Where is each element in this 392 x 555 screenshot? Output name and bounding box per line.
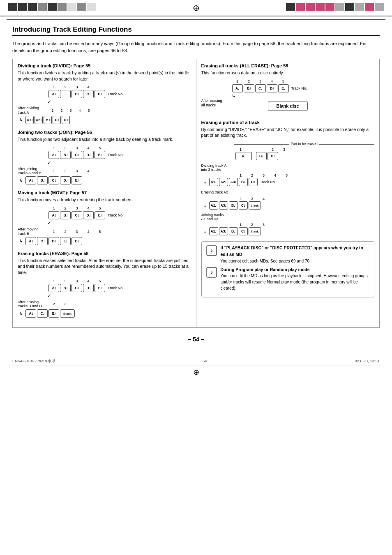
mn-4: 4 <box>83 206 94 210</box>
aen-5: 5 <box>278 79 289 83</box>
man-5: 5 <box>95 230 105 234</box>
dec-block-9 <box>87 3 96 11</box>
p-erase-dashed <box>236 189 236 195</box>
p4box-b: B <box>229 227 238 235</box>
move-after-row: ↳ A C D E B <box>18 237 191 245</box>
dec-block-r3 <box>306 3 315 11</box>
jn-4: 4 <box>83 146 94 150</box>
erase-num-row-after: After erasingtracks B and D 2 3 <box>18 300 191 309</box>
p2n-3: 3 <box>258 173 269 177</box>
p3-boxes: ↳ A1 A3 B C Blank <box>201 201 375 210</box>
eabox-e: E <box>48 309 59 318</box>
p3box-b: B <box>229 201 238 210</box>
erase-arrow-icon: ↳ <box>19 311 23 316</box>
erase-section: Erasing tracks (ERASE): Page 58 This fun… <box>18 251 191 318</box>
p3box-a1: A1 <box>209 201 218 210</box>
divide-after-label: After dividingtrack A <box>18 106 47 115</box>
p3n-3: 3 <box>247 197 258 201</box>
note2-text: You can edit the MD as long as the playb… <box>221 273 370 291</box>
p2box-c: C <box>249 178 258 186</box>
portion-title: Erasing a portion of a track <box>201 120 375 125</box>
move-before-boxes: A B C D E <box>48 211 105 219</box>
erase-after-row: ↳ A C E Blank <box>18 309 191 318</box>
jn-3: 3 <box>71 146 82 150</box>
p-divide-label: Dividing track Ainto 3 tracks <box>201 164 234 172</box>
man-2: 2 <box>60 230 71 234</box>
move-after-label: After movingtrack B <box>18 227 47 236</box>
move-desc: This function moves a track by reorderin… <box>18 197 191 203</box>
p4-boxes: ↳ A1 A3 B C Blank <box>201 227 375 235</box>
jn-5: 5 <box>95 146 105 150</box>
p4box-a1: A1 <box>209 227 218 235</box>
erase-track-no: Track No. <box>108 286 124 290</box>
note1-content: If "PLAYBACK DISC" or "DISC PROTECTED" a… <box>221 245 370 264</box>
all-erase-diagram: 1 2 3 4 5 A B C <box>201 79 375 114</box>
aebox-e: E <box>278 84 289 92</box>
mabox-c: C <box>37 237 48 245</box>
top-header: ⊕ <box>0 0 392 16</box>
anum-1: 1 <box>48 108 57 113</box>
p1box-b: B <box>256 152 267 160</box>
join-after-row: ↳ A B C D E <box>18 176 191 184</box>
svg-text:♪: ♪ <box>210 269 213 275</box>
p1-gap <box>253 152 255 160</box>
p1box-a: A <box>235 152 252 160</box>
p3-arrow: ↳ <box>203 203 206 208</box>
join-num-row-after: After joiningtracks A and B 1 2 3 4 <box>18 167 191 176</box>
en-3: 3 <box>71 279 82 283</box>
dec-block-r7 <box>345 3 354 11</box>
divide-num-row-before: 1 2 3 4 <box>18 85 191 89</box>
join-before-row: A B C D E Track No. <box>18 151 191 159</box>
jbox-c: C <box>71 151 82 159</box>
move-after-arrow: ↳ <box>19 239 23 243</box>
p2box-a2: A2 <box>219 178 228 186</box>
p1-boxlist: A B C <box>235 152 278 160</box>
p4box-c: C <box>239 227 248 235</box>
mabox-e: E <box>60 237 71 245</box>
move-section: Moving a track (MOVE): Page 57 This func… <box>18 190 191 245</box>
p1-numlist: 1 2 3 <box>235 147 290 152</box>
footer-left: EN54-58UX-Z7/MDR[B]f <box>12 359 55 363</box>
divide-arrow-down: ↙ <box>47 99 51 104</box>
p3box-c: C <box>239 201 248 210</box>
tbox-d-after: D <box>62 116 70 124</box>
move-arrow-down: ↙ <box>47 220 51 226</box>
tbox-c-after: C <box>53 116 61 124</box>
jan-2: 2 <box>60 169 71 173</box>
divide-desc: This function divides a track by adding … <box>18 70 191 82</box>
notes-icon-1: ♪ <box>206 245 217 259</box>
p-join-dashed <box>236 214 236 220</box>
divide-before-nums: 1 2 3 4 <box>48 85 94 89</box>
note1-row: ♪ If "PLAYBACK DISC" or "DISC PROTECTED"… <box>206 245 370 264</box>
p2-boxes: ↳ A1 A2 A3 B C Track No. <box>201 178 375 186</box>
move-arrow-area: ↙ <box>47 220 191 226</box>
mabox-a: A <box>25 237 36 245</box>
man-1: 1 <box>48 230 59 234</box>
divide-after-arrow: ↳ <box>19 117 23 122</box>
bracket-line-right <box>319 144 374 145</box>
ebox-a: A <box>48 284 59 292</box>
portion-step3: 2 3 4 ↳ A1 A3 B <box>201 197 375 210</box>
p2-nums: 1 2 3 4 5 <box>201 173 375 177</box>
erase-before-boxes: A B C D E <box>48 284 105 292</box>
page-number: – 54 – <box>12 328 380 346</box>
bottom-compass: ⊕ <box>7 366 385 380</box>
portion-step2: 1 2 3 4 5 ↳ A1 <box>201 173 375 186</box>
tbox-d: D <box>95 90 105 98</box>
ebox-c: C <box>71 284 82 292</box>
ae-nums: 1 2 3 4 5 <box>232 79 289 83</box>
mbox-a: A <box>48 211 59 219</box>
note1-text: You cannot edit such MDs. See pages 69 a… <box>221 258 370 264</box>
tbox-c: C <box>83 90 94 98</box>
erase-desc: This function erases selected tracks. Af… <box>18 258 191 276</box>
jan-4: 4 <box>83 169 94 173</box>
divide-after-nums: 1 2 3 4 5 <box>48 108 93 113</box>
ae-after-label: After erasingall tracks <box>201 99 231 108</box>
p4-boxlist: A1 A3 B C Blank <box>209 227 261 235</box>
p-join-label: Joining tracksA1 and A3 <box>201 213 234 221</box>
divide-after-row: ↳ A1 A2 B C D <box>18 116 191 124</box>
col-right: Erasing all tracks (ALL ERASE): Page 58 … <box>196 59 380 327</box>
move-diagram: 1 2 3 4 5 A B C <box>18 206 191 245</box>
join-num-row-before: 1 2 3 4 5 <box>18 146 191 150</box>
footer-center: 54 <box>203 359 207 363</box>
